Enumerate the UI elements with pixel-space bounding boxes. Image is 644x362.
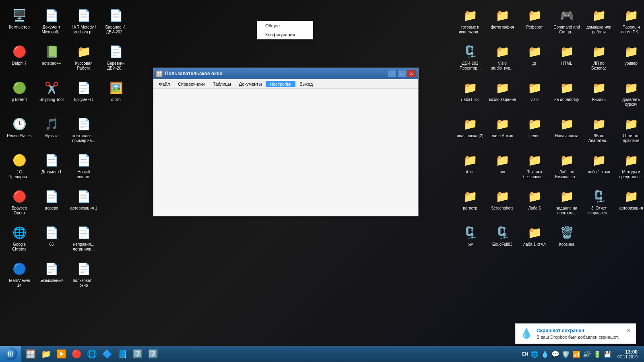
desktop-icon-zadanie-progr[interactable]: 📁 задание на програм...: [551, 185, 582, 221]
desktop-icon-novaya-papka[interactable]: 📁 Новая папка: [551, 113, 582, 149]
desktop-icon-nepravil[interactable]: 📄 неправил... логин или...: [68, 221, 99, 257]
desktop-icon-tree[interactable]: 📄 дерево: [36, 185, 67, 221]
dropdown-konfiguratsii[interactable]: Конфигурации: [257, 30, 313, 39]
tray-network-icon[interactable]: 📶: [572, 350, 580, 358]
desktop-icon-knizhki[interactable]: 📁 Книжки: [584, 76, 614, 113]
taskbar-icon-5[interactable]: 🔷: [100, 347, 114, 361]
tray-ie-icon[interactable]: 🌐: [530, 350, 539, 358]
desktop-icon-snipping[interactable]: ✂️ Snipping Tool: [36, 76, 67, 113]
desktop-icon-html[interactable]: 📁 HTML: [551, 40, 582, 76]
desktop-icon-lp-bezopas[interactable]: 📁 ЛП по Безопас: [584, 40, 614, 76]
desktop-icon-otchet3[interactable]: 🗜️ 3. Отчет исправлен...: [584, 185, 614, 221]
desktop-icon-laba-bezopasno[interactable]: 📁 Лаба по Безопасно...: [551, 149, 582, 185]
desktop-icon-avtoriz[interactable]: 📄 авторизация 1: [68, 185, 99, 221]
dropdown-obshchee[interactable]: Общее: [257, 21, 313, 30]
clock[interactable]: 13:00 07.11.2019: [614, 349, 641, 359]
desktop-icon-uriver[interactable]: 📁 уривер: [616, 40, 644, 76]
desktop-icon-notepad[interactable]: 📗 notepad++: [36, 40, 67, 76]
desktop-icon-laba1-xtml2[interactable]: 📁 лаба 1 хтмл: [519, 221, 550, 257]
tray-chat-icon[interactable]: 💬: [551, 350, 559, 358]
desktop-icon-referat[interactable]: 📁 Реферат: [519, 4, 550, 40]
desktop-icon-opera-browser[interactable]: 🔴 Браузер Opera: [4, 185, 35, 221]
desktop-icon-parol[interactable]: 📁 Пароль и логин ПК...: [616, 4, 644, 40]
desktop-icon-novyy[interactable]: 📄 Новый текстов...: [68, 149, 99, 185]
taskbar-icon-3[interactable]: 🔴: [69, 347, 84, 361]
desktop-icon-tekhnika[interactable]: 📁 Техника безопасно...: [519, 149, 550, 185]
taskbar-icon-4[interactable]: 🌐: [85, 347, 99, 361]
desktop-icon-teamviewer[interactable]: 🔵 TeamViewer 14: [4, 257, 35, 294]
desktop-icon-computer[interactable]: 🖥️ Компьютер: [4, 4, 35, 40]
menu-tablitsy[interactable]: Таблицы: [209, 81, 235, 87]
desktop-icon-pw[interactable]: 📁 pw: [487, 149, 518, 185]
desktop-icon-document2[interactable]: 📄 Документ1: [36, 149, 67, 185]
icon-image-novaya-papka: 📁: [559, 116, 575, 132]
start-button[interactable]: ⊞: [0, 346, 22, 362]
desktop-icon-na-dorab[interactable]: 📁 на доработку: [551, 76, 582, 113]
desktop-icon-bezymyanny[interactable]: 📄 Безымянный: [36, 257, 67, 294]
desktop-icon-laba1-xtml[interactable]: 📁 лаба 1 хтмл: [584, 149, 614, 185]
desktop-icon-word1[interactable]: 📄 Документ Microsoft...: [36, 4, 67, 40]
taskbar-icon-2[interactable]: ▶️: [54, 347, 68, 361]
desktop-icon-fotografiya[interactable]: 📁 фотография: [487, 4, 518, 40]
desktop-icon-otchet-praktike[interactable]: 📁 Отчет по практике: [616, 113, 644, 149]
tray-security-icon[interactable]: 🛡️: [562, 350, 570, 358]
desktop-icon-laba1-kss[interactable]: 📁 Лаба1 кcс: [455, 76, 485, 113]
desktop-icon-educfull[interactable]: 🗜️ EducFull83: [487, 221, 518, 257]
desktop-icon-avtorizatsiya2[interactable]: 📁 авторизация: [616, 185, 644, 221]
desktop-icon-korzina[interactable]: 🗑️ Корзина: [551, 221, 582, 257]
taskbar-icon-6[interactable]: 📘: [115, 347, 130, 361]
desktop-icon-command[interactable]: 🎮 Command and Conqu...: [551, 4, 582, 40]
taskbar-icon-1[interactable]: 📁: [39, 347, 53, 361]
window-maximize-button[interactable]: □: [397, 70, 406, 77]
desktop-icon-beryozkin[interactable]: 📄 Березкин ДБИ-20...: [101, 40, 131, 76]
desktop-icon-kursovaya[interactable]: 📁 Курсовая Работа: [68, 40, 99, 76]
desktop-icon-music[interactable]: 🎵 Музыка: [36, 113, 67, 149]
desktop-icon-kr[interactable]: 📄 ! KR Metody i sredstva p...: [68, 4, 99, 40]
desktop-icon-num65[interactable]: 📄 65: [36, 221, 67, 257]
desktop-icon-pw2[interactable]: 🗜️ pw: [455, 221, 485, 257]
desktop-icon-lb-aparatno[interactable]: 📁 ЛБ по Апаратно...: [584, 113, 614, 149]
taskbar-icon-8[interactable]: 7️⃣: [146, 347, 160, 361]
desktop-icon-chrome[interactable]: 🌐 Google Chrome: [4, 221, 35, 257]
desktop-icon-visio-studio[interactable]: 📁 Visio studio+кур...: [487, 40, 518, 76]
desktop-icon-laba6[interactable]: 📁 Лаба 6: [519, 185, 550, 221]
taskbar-icon-0[interactable]: 🪟: [23, 347, 38, 361]
desktop-icon-gotovye[interactable]: 📁 готовые к использов...: [455, 4, 485, 40]
desktop-icon-metody[interactable]: 📁 Методы и средства п...: [616, 149, 644, 185]
desktop-icon-photo[interactable]: 🖼️ фото: [101, 76, 131, 113]
notification-close-button[interactable]: ✕: [627, 328, 631, 333]
desktop-icon-recent[interactable]: 🕒 RecentPlaces: [4, 113, 35, 149]
desktop-icon-dz[interactable]: 📁 дз: [519, 40, 550, 76]
desktop-icon-laba-arkhis[interactable]: 📁 лаба Архис: [487, 113, 518, 149]
desktop-icon-screenshots[interactable]: 📁 Screenshots: [487, 185, 518, 221]
taskbar-icon-7[interactable]: 7️⃣: [130, 347, 145, 361]
desktop-icon-dodelat-kursach[interactable]: 📁 доделать курсач: [616, 76, 644, 113]
menu-nastroyki[interactable]: Настройки: [266, 81, 295, 87]
tray-usb-icon[interactable]: 💾: [604, 350, 612, 358]
window-close-button[interactable]: ✕: [407, 70, 416, 77]
desktop-icon-dbi202[interactable]: 🗜️ ДБИ-202 Проектир...: [455, 40, 485, 76]
desktop-icon-control[interactable]: 📄 контрольн... пример на...: [68, 113, 99, 149]
desktop-icon-polzovat[interactable]: 📄 пользоват... окно: [68, 257, 99, 294]
tray-dropbox-icon[interactable]: 💧: [541, 350, 549, 358]
desktop-icon-vizio-zadanie[interactable]: 📁 визио задание: [487, 76, 518, 113]
window-minimize-button[interactable]: ─: [388, 70, 396, 77]
tray-battery-icon[interactable]: 🔋: [593, 350, 601, 358]
desktop-icon-baranov[interactable]: 📄 Баранов И. ДБИ-202...: [101, 4, 131, 40]
menu-dokumenty[interactable]: Документы: [235, 81, 266, 87]
desktop-icon-delphi[interactable]: 🔴 Delphi 7: [4, 40, 35, 76]
desktop-icon-onec[interactable]: 🟡 1С Предприя...: [4, 149, 35, 185]
desktop-icon-gener[interactable]: 📁 gener: [519, 113, 550, 149]
desktop: 🖥️ Компьютер 📄 Документ Microsoft... 📄 !…: [0, 0, 644, 362]
desktop-icon-novaya-papka2[interactable]: 📁 овая папка (2): [455, 113, 485, 149]
desktop-icon-visio2[interactable]: 📁 visio: [519, 76, 550, 113]
desktop-icon-utorrent[interactable]: 🟢 µTorrent: [4, 76, 35, 113]
desktop-icon-registr[interactable]: 📁 регистр: [455, 185, 485, 221]
menu-file[interactable]: Файл: [155, 81, 174, 87]
desktop-icon-document1[interactable]: 📄 Документ1: [68, 76, 99, 113]
menu-spravochniki[interactable]: Справочники: [174, 81, 209, 87]
tray-volume-icon[interactable]: 🔊: [583, 350, 591, 358]
menu-vyhod[interactable]: Выход: [295, 81, 317, 87]
desktop-icon-angl[interactable]: 📁 Англ: [455, 149, 485, 185]
desktop-icon-domashka[interactable]: 📁 домашка или работы: [584, 4, 614, 40]
